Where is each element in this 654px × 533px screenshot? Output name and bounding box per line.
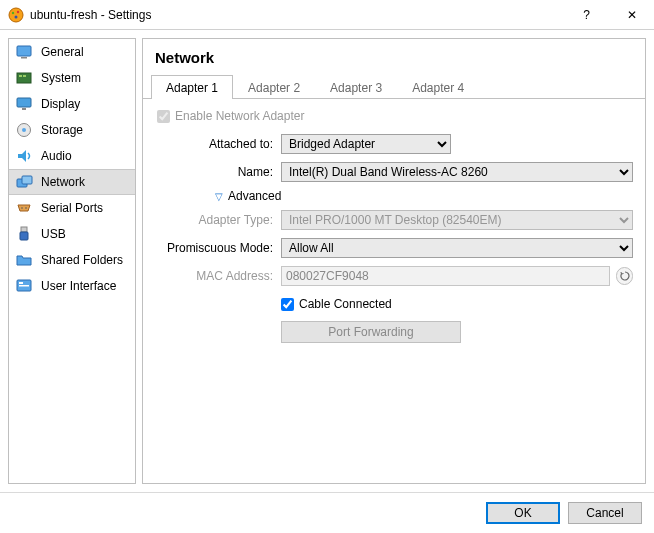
shared-folders-icon <box>15 251 33 269</box>
sidebar-item-shared-folders[interactable]: Shared Folders <box>9 247 135 273</box>
sidebar-item-system[interactable]: System <box>9 65 135 91</box>
page-title: Network <box>143 39 645 74</box>
twisty-down-icon: ▽ <box>215 191 223 202</box>
tab-adapter-1[interactable]: Adapter 1 <box>151 75 233 99</box>
sidebar-item-network[interactable]: Network <box>9 169 135 195</box>
svg-point-2 <box>17 10 19 12</box>
svg-rect-4 <box>17 46 31 56</box>
sidebar-item-usb[interactable]: USB <box>9 221 135 247</box>
sidebar-item-label: Audio <box>41 149 72 163</box>
dialog-footer: OK Cancel <box>0 492 654 532</box>
serial-icon <box>15 199 33 217</box>
sidebar-item-audio[interactable]: Audio <box>9 143 135 169</box>
adapter-name-select[interactable]: Intel(R) Dual Band Wireless-AC 8260 <box>281 162 633 182</box>
attached-to-label: Attached to: <box>155 137 281 151</box>
window-title: ubuntu-fresh - Settings <box>30 8 564 22</box>
cable-connected-checkbox[interactable] <box>281 298 294 311</box>
enable-adapter-label: Enable Network Adapter <box>157 109 633 123</box>
svg-rect-6 <box>17 73 31 83</box>
cancel-button[interactable]: Cancel <box>568 502 642 524</box>
adapter-type-select: Intel PRO/1000 MT Desktop (82540EM) <box>281 210 633 230</box>
advanced-toggle[interactable]: ▽ Advanced <box>215 189 633 203</box>
adapter-tabs: Adapter 1 Adapter 2 Adapter 3 Adapter 4 <box>143 74 645 99</box>
sidebar-item-label: Serial Ports <box>41 201 103 215</box>
tab-adapter-2[interactable]: Adapter 2 <box>233 75 315 99</box>
port-forwarding-button: Port Forwarding <box>281 321 461 343</box>
help-button[interactable]: ? <box>564 0 609 30</box>
close-button[interactable]: ✕ <box>609 0 654 30</box>
main-pane: Network Adapter 1 Adapter 2 Adapter 3 Ad… <box>142 38 646 484</box>
ok-button[interactable]: OK <box>486 502 560 524</box>
audio-icon <box>15 147 33 165</box>
svg-rect-9 <box>17 98 31 107</box>
sidebar-item-general[interactable]: General <box>9 39 135 65</box>
sidebar-item-label: User Interface <box>41 279 116 293</box>
sidebar-item-display[interactable]: Display <box>9 91 135 117</box>
svg-rect-7 <box>19 75 22 77</box>
name-label: Name: <box>155 165 281 179</box>
enable-adapter-checkbox[interactable] <box>157 110 170 123</box>
refresh-icon <box>620 271 630 281</box>
sidebar-item-label: Display <box>41 97 80 111</box>
general-icon <box>15 43 33 61</box>
svg-rect-18 <box>20 232 28 240</box>
svg-rect-14 <box>22 176 32 184</box>
cable-connected-label: Cable Connected <box>281 297 633 311</box>
sidebar-item-storage[interactable]: Storage <box>9 117 135 143</box>
advanced-label: Advanced <box>228 189 281 203</box>
svg-rect-20 <box>19 282 23 284</box>
mac-refresh-button[interactable] <box>616 267 633 285</box>
svg-point-0 <box>9 8 23 22</box>
tab-adapter-3[interactable]: Adapter 3 <box>315 75 397 99</box>
sidebar-item-label: General <box>41 45 84 59</box>
sidebar-item-label: USB <box>41 227 66 241</box>
ui-icon <box>15 277 33 295</box>
network-icon <box>15 173 33 191</box>
svg-point-16 <box>25 207 27 209</box>
mac-address-label: MAC Address: <box>155 269 281 283</box>
sidebar-item-label: Network <box>41 175 85 189</box>
attached-to-select[interactable]: Bridged Adapter <box>281 134 451 154</box>
svg-point-15 <box>21 207 23 209</box>
app-icon <box>8 7 24 23</box>
adapter-type-label: Adapter Type: <box>155 213 281 227</box>
promiscuous-mode-select[interactable]: Allow All <box>281 238 633 258</box>
svg-point-1 <box>12 11 14 13</box>
titlebar: ubuntu-fresh - Settings ? ✕ <box>0 0 654 30</box>
settings-sidebar: General System Display Storage Audio Net… <box>8 38 136 484</box>
sidebar-item-label: Shared Folders <box>41 253 123 267</box>
svg-rect-10 <box>22 108 26 110</box>
storage-icon <box>15 121 33 139</box>
mac-address-field[interactable] <box>281 266 610 286</box>
enable-adapter-row: Enable Network Adapter <box>157 109 633 123</box>
adapter-form: Enable Network Adapter Attached to: Brid… <box>143 99 645 349</box>
promiscuous-mode-label: Promiscuous Mode: <box>155 241 281 255</box>
display-icon <box>15 95 33 113</box>
svg-rect-17 <box>21 227 27 232</box>
svg-point-3 <box>15 15 18 18</box>
svg-point-12 <box>22 128 26 132</box>
sidebar-item-label: System <box>41 71 81 85</box>
sidebar-item-serial-ports[interactable]: Serial Ports <box>9 195 135 221</box>
svg-rect-8 <box>23 75 26 77</box>
sidebar-item-user-interface[interactable]: User Interface <box>9 273 135 299</box>
body: General System Display Storage Audio Net… <box>0 30 654 492</box>
usb-icon <box>15 225 33 243</box>
tab-adapter-4[interactable]: Adapter 4 <box>397 75 479 99</box>
sidebar-item-label: Storage <box>41 123 83 137</box>
svg-rect-5 <box>21 57 27 59</box>
system-icon <box>15 69 33 87</box>
svg-rect-21 <box>19 285 29 287</box>
